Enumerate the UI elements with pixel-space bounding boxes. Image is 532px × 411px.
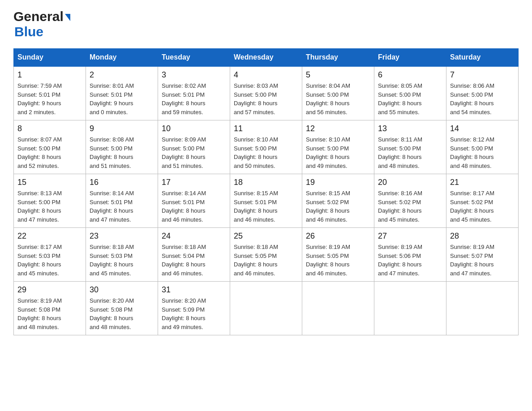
week-row-1: 1 Sunrise: 7:59 AM Sunset: 5:01 PM Dayli… [14,66,519,120]
day-cell: 26 Sunrise: 8:19 AM Sunset: 5:05 PM Dayl… [302,228,374,282]
column-header-saturday: Saturday [446,49,519,67]
day-cell: 6 Sunrise: 8:05 AM Sunset: 5:00 PM Dayli… [374,66,446,120]
day-cell: 10 Sunrise: 8:09 AM Sunset: 5:00 PM Dayl… [158,120,230,174]
day-cell: 3 Sunrise: 8:02 AM Sunset: 5:01 PM Dayli… [158,66,230,120]
day-info: Sunrise: 8:17 AM Sunset: 5:02 PM Dayligh… [450,189,515,224]
day-number: 6 [378,70,442,80]
day-cell [446,282,519,335]
day-number: 12 [306,124,370,133]
day-info: Sunrise: 8:14 AM Sunset: 5:01 PM Dayligh… [90,189,154,224]
day-number: 30 [90,285,154,295]
day-number: 7 [450,70,515,80]
day-info: Sunrise: 8:20 AM Sunset: 5:08 PM Dayligh… [90,296,154,331]
column-header-friday: Friday [374,49,446,67]
day-number: 9 [90,124,154,133]
calendar-header-row: SundayMondayTuesdayWednesdayThursdayFrid… [14,49,519,67]
day-number: 27 [378,231,442,241]
week-row-4: 22 Sunrise: 8:17 AM Sunset: 5:03 PM Dayl… [14,228,519,282]
day-info: Sunrise: 8:09 AM Sunset: 5:00 PM Dayligh… [162,135,226,170]
column-header-thursday: Thursday [302,49,374,67]
day-cell: 24 Sunrise: 8:18 AM Sunset: 5:04 PM Dayl… [158,228,230,282]
day-cell: 4 Sunrise: 8:03 AM Sunset: 5:00 PM Dayli… [230,66,302,120]
day-number: 2 [90,70,154,80]
calendar-table: SundayMondayTuesdayWednesdayThursdayFrid… [13,48,519,335]
day-cell: 5 Sunrise: 8:04 AM Sunset: 5:00 PM Dayli… [302,66,374,120]
day-number: 5 [306,70,370,80]
day-info: Sunrise: 8:17 AM Sunset: 5:03 PM Dayligh… [17,243,82,278]
day-cell: 18 Sunrise: 8:15 AM Sunset: 5:01 PM Dayl… [230,174,302,228]
logo-triangle-icon [65,14,70,21]
day-info: Sunrise: 8:15 AM Sunset: 5:02 PM Dayligh… [306,189,370,224]
day-cell: 9 Sunrise: 8:08 AM Sunset: 5:00 PM Dayli… [86,120,158,174]
day-cell: 14 Sunrise: 8:12 AM Sunset: 5:00 PM Dayl… [446,120,519,174]
day-cell: 15 Sunrise: 8:13 AM Sunset: 5:00 PM Dayl… [14,174,86,228]
logo: General Blue [13,9,70,39]
day-cell: 17 Sunrise: 8:14 AM Sunset: 5:01 PM Dayl… [158,174,230,228]
column-header-monday: Monday [86,49,158,67]
day-info: Sunrise: 8:06 AM Sunset: 5:00 PM Dayligh… [450,81,515,116]
day-number: 21 [450,178,515,187]
day-cell: 22 Sunrise: 8:17 AM Sunset: 5:03 PM Dayl… [14,228,86,282]
day-cell: 25 Sunrise: 8:18 AM Sunset: 5:05 PM Dayl… [230,228,302,282]
day-info: Sunrise: 7:59 AM Sunset: 5:01 PM Dayligh… [17,81,82,116]
day-number: 26 [306,231,370,241]
day-cell: 13 Sunrise: 8:11 AM Sunset: 5:00 PM Dayl… [374,120,446,174]
day-number: 24 [162,231,226,241]
day-info: Sunrise: 8:07 AM Sunset: 5:00 PM Dayligh… [17,135,82,170]
day-cell: 27 Sunrise: 8:19 AM Sunset: 5:06 PM Dayl… [374,228,446,282]
day-number: 10 [162,124,226,133]
logo-blue: Blue [14,24,43,39]
day-number: 22 [17,231,82,241]
day-info: Sunrise: 8:15 AM Sunset: 5:01 PM Dayligh… [234,189,298,224]
day-cell: 1 Sunrise: 7:59 AM Sunset: 5:01 PM Dayli… [14,66,86,120]
day-cell [374,282,446,335]
day-info: Sunrise: 8:19 AM Sunset: 5:05 PM Dayligh… [306,243,370,278]
day-number: 11 [234,124,298,133]
day-number: 29 [17,285,82,295]
day-cell [302,282,374,335]
day-number: 1 [17,70,82,80]
week-row-2: 8 Sunrise: 8:07 AM Sunset: 5:00 PM Dayli… [14,120,519,174]
day-number: 15 [17,178,82,187]
day-info: Sunrise: 8:03 AM Sunset: 5:00 PM Dayligh… [234,81,298,116]
day-info: Sunrise: 8:19 AM Sunset: 5:08 PM Dayligh… [17,296,82,331]
day-number: 3 [162,70,226,80]
day-cell: 20 Sunrise: 8:16 AM Sunset: 5:02 PM Dayl… [374,174,446,228]
day-info: Sunrise: 8:05 AM Sunset: 5:00 PM Dayligh… [378,81,442,116]
day-info: Sunrise: 8:13 AM Sunset: 5:00 PM Dayligh… [17,189,82,224]
day-info: Sunrise: 8:04 AM Sunset: 5:00 PM Dayligh… [306,81,370,116]
day-number: 14 [450,124,515,133]
column-header-tuesday: Tuesday [158,49,230,67]
day-info: Sunrise: 8:12 AM Sunset: 5:00 PM Dayligh… [450,135,515,170]
day-cell: 23 Sunrise: 8:18 AM Sunset: 5:03 PM Dayl… [86,228,158,282]
day-number: 28 [450,231,515,241]
day-info: Sunrise: 8:10 AM Sunset: 5:00 PM Dayligh… [306,135,370,170]
day-number: 16 [90,178,154,187]
day-number: 25 [234,231,298,241]
day-number: 4 [234,70,298,80]
day-info: Sunrise: 8:02 AM Sunset: 5:01 PM Dayligh… [162,81,226,116]
day-cell: 21 Sunrise: 8:17 AM Sunset: 5:02 PM Dayl… [446,174,519,228]
day-info: Sunrise: 8:01 AM Sunset: 5:01 PM Dayligh… [90,81,154,116]
day-info: Sunrise: 8:19 AM Sunset: 5:06 PM Dayligh… [378,243,442,278]
day-cell: 28 Sunrise: 8:19 AM Sunset: 5:07 PM Dayl… [446,228,519,282]
day-cell: 2 Sunrise: 8:01 AM Sunset: 5:01 PM Dayli… [86,66,158,120]
day-number: 19 [306,178,370,187]
day-number: 17 [162,178,226,187]
logo-general: General [13,9,64,24]
day-cell: 11 Sunrise: 8:10 AM Sunset: 5:00 PM Dayl… [230,120,302,174]
day-cell: 19 Sunrise: 8:15 AM Sunset: 5:02 PM Dayl… [302,174,374,228]
day-info: Sunrise: 8:19 AM Sunset: 5:07 PM Dayligh… [450,243,515,278]
week-row-3: 15 Sunrise: 8:13 AM Sunset: 5:00 PM Dayl… [14,174,519,228]
day-cell: 8 Sunrise: 8:07 AM Sunset: 5:00 PM Dayli… [14,120,86,174]
day-number: 18 [234,178,298,187]
page-header: General Blue [13,9,519,39]
day-info: Sunrise: 8:14 AM Sunset: 5:01 PM Dayligh… [162,189,226,224]
day-number: 8 [17,124,82,133]
day-info: Sunrise: 8:20 AM Sunset: 5:09 PM Dayligh… [162,296,226,331]
day-cell: 30 Sunrise: 8:20 AM Sunset: 5:08 PM Dayl… [86,282,158,335]
day-info: Sunrise: 8:08 AM Sunset: 5:00 PM Dayligh… [90,135,154,170]
day-cell: 31 Sunrise: 8:20 AM Sunset: 5:09 PM Dayl… [158,282,230,335]
day-cell [230,282,302,335]
day-cell: 16 Sunrise: 8:14 AM Sunset: 5:01 PM Dayl… [86,174,158,228]
